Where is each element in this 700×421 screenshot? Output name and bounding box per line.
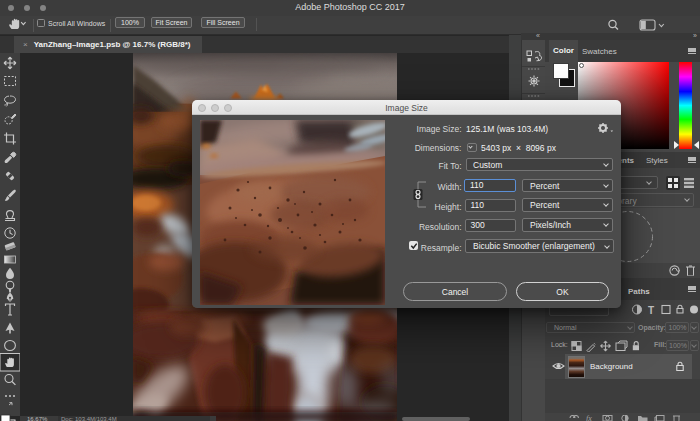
svg-text:T: T [648, 305, 654, 316]
svg-text:fx: fx [586, 415, 592, 421]
